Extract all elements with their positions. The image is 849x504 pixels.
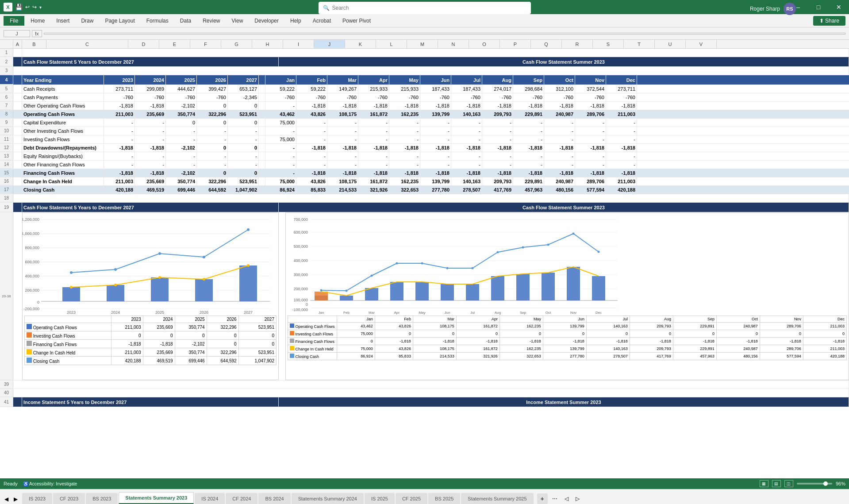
svg-text:Sep: Sep <box>520 311 526 315</box>
svg-point-69 <box>396 262 398 265</box>
svg-point-73 <box>497 251 499 254</box>
svg-text:Aug: Aug <box>495 311 501 315</box>
sheet-tab-2[interactable]: BS 2023 <box>86 493 118 504</box>
sheet-tab-7[interactable]: Statements Summary 2024 <box>292 493 364 504</box>
sheet-tab-0[interactable]: IS 2023 <box>22 493 52 504</box>
col-s[interactable]: S <box>593 40 624 48</box>
name-box[interactable]: J <box>4 30 30 37</box>
svg-text:-200,000: -200,000 <box>23 307 39 311</box>
tab-acrobat[interactable]: Acrobat <box>307 16 336 26</box>
svg-point-67 <box>346 290 348 292</box>
svg-text:Dec: Dec <box>595 311 602 315</box>
undo-icon[interactable]: ↩ <box>25 4 30 10</box>
svg-point-25 <box>247 264 250 267</box>
col-f[interactable]: F <box>190 40 221 48</box>
tab-draw[interactable]: Draw <box>76 16 99 26</box>
search-input[interactable] <box>332 5 526 11</box>
redo-icon[interactable]: ↪ <box>32 4 37 10</box>
scroll-left-button[interactable]: ◁ <box>562 494 571 504</box>
svg-text:300,000: 300,000 <box>293 273 308 277</box>
col-k[interactable]: K <box>345 40 376 48</box>
tab-page-layout[interactable]: Page Layout <box>100 16 140 26</box>
col-p[interactable]: P <box>500 40 531 48</box>
svg-rect-57 <box>415 282 429 300</box>
col-l[interactable]: L <box>376 40 407 48</box>
tab-help[interactable]: Help <box>285 16 307 26</box>
svg-point-76 <box>572 233 575 235</box>
maximize-button[interactable]: □ <box>808 0 829 14</box>
accessibility-icon: ♿ <box>23 481 28 486</box>
row-17: 17Closing Cash420,188469,519699,446644,5… <box>0 186 849 194</box>
sheet-tab-11[interactable]: Statements Summary 2025 <box>461 493 533 504</box>
svg-point-21 <box>70 286 73 289</box>
sheet-tab-3[interactable]: Statements Summary 2023 <box>119 492 194 504</box>
col-t[interactable]: T <box>624 40 655 48</box>
tab-file[interactable]: File <box>4 16 24 26</box>
page-layout-view-button[interactable]: ▤ <box>772 480 781 487</box>
svg-point-72 <box>472 267 474 269</box>
col-v[interactable]: V <box>686 40 717 48</box>
sheet-tab-5[interactable]: CF 2024 <box>226 493 257 504</box>
col-h[interactable]: H <box>252 40 283 48</box>
save-icon[interactable]: 💾 <box>15 4 23 11</box>
svg-rect-17 <box>107 285 124 301</box>
add-sheet-button[interactable]: + <box>537 493 548 504</box>
col-c[interactable]: C <box>46 40 128 48</box>
svg-point-29 <box>203 256 205 258</box>
row-8: 8Operating Cash Flows211,003235,669350,7… <box>0 110 849 119</box>
tab-review[interactable]: Review <box>197 16 225 26</box>
share-button[interactable]: ⬆ Share <box>813 16 845 26</box>
col-d[interactable]: D <box>128 40 159 48</box>
svg-text:400,000: 400,000 <box>293 258 308 263</box>
row-6: 6Cash Payments-760-760-760-760-2,345-760… <box>0 93 849 102</box>
chart-5yr-title-cell: Cash Flow Statement 5 Years to December … <box>22 203 279 212</box>
col-r[interactable]: R <box>562 40 593 48</box>
normal-view-button[interactable]: ▦ <box>760 480 768 487</box>
svg-point-28 <box>158 252 161 255</box>
col-b[interactable]: B <box>22 40 46 48</box>
col-m[interactable]: M <box>407 40 438 48</box>
svg-text:400,000: 400,000 <box>25 274 39 278</box>
tab-nav-right[interactable]: ▶ <box>11 494 20 504</box>
row-41: 41 Income Statement 5 Years to December … <box>0 397 849 407</box>
tab-nav-left[interactable]: ◀ <box>2 494 11 504</box>
col-a[interactable]: A <box>13 40 22 48</box>
col-g[interactable]: G <box>221 40 252 48</box>
svg-point-27 <box>114 268 117 271</box>
scroll-right-button[interactable]: ▷ <box>573 494 582 504</box>
col-u[interactable]: U <box>655 40 686 48</box>
row-16: 16Change In Cash Held211,003235,669350,7… <box>0 177 849 186</box>
tab-home[interactable]: Home <box>25 16 50 26</box>
tab-insert[interactable]: Insert <box>51 16 75 26</box>
sheet-tab-6[interactable]: BS 2024 <box>258 493 290 504</box>
tab-power-pivot[interactable]: Power Pivot <box>337 16 376 26</box>
close-button[interactable]: ✕ <box>829 0 849 14</box>
col-o[interactable]: O <box>469 40 500 48</box>
minimize-button[interactable]: – <box>788 0 808 14</box>
search-bar: 🔍 <box>319 2 531 14</box>
sheet-tab-8[interactable]: IS 2025 <box>365 493 395 504</box>
app-icons: X 💾 ↩ ↪ ▾ <box>4 3 42 12</box>
svg-rect-62 <box>542 273 555 300</box>
tab-view[interactable]: View <box>227 16 249 26</box>
tab-formulas[interactable]: Formulas <box>141 16 174 26</box>
function-icon[interactable]: fx <box>32 30 42 37</box>
col-i[interactable]: I <box>283 40 314 48</box>
tab-developer[interactable]: Developer <box>249 16 284 26</box>
row-5: 5Cash Receipts273,711299,089444,627399,4… <box>0 85 849 93</box>
row-3: 3 <box>0 67 849 75</box>
sheet-tab-1[interactable]: CF 2023 <box>53 493 85 504</box>
col-n[interactable]: N <box>438 40 469 48</box>
quick-access-dropdown[interactable]: ▾ <box>39 5 42 10</box>
page-break-view-button[interactable]: ◫ <box>784 480 793 487</box>
sheet-tab-10[interactable]: BS 2025 <box>428 493 460 504</box>
svg-text:0: 0 <box>37 300 39 304</box>
zoom-slider[interactable] <box>797 483 832 485</box>
col-q[interactable]: Q <box>531 40 562 48</box>
col-e[interactable]: E <box>159 40 190 48</box>
sheet-tab-4[interactable]: IS 2024 <box>195 493 225 504</box>
sheet-tab-9[interactable]: CF 2025 <box>396 493 427 504</box>
col-j[interactable]: J <box>314 40 345 48</box>
sheet-options-button[interactable]: ⋯ <box>549 494 560 504</box>
tab-data[interactable]: Data <box>175 16 196 26</box>
